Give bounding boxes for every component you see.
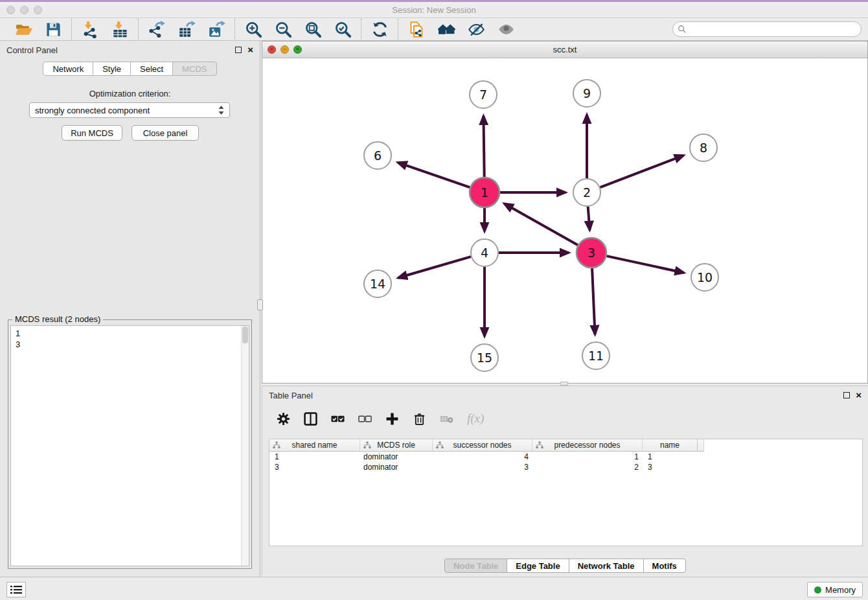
network-window-titlebar[interactable]: × − + scc.txt: [262, 41, 867, 58]
table-cell[interactable]: 3: [269, 462, 360, 472]
control-panel-title: Control Panel: [6, 45, 58, 55]
graph-edge[interactable]: [398, 257, 471, 278]
control-panel-header: Control Panel ×: [0, 41, 260, 59]
criterion-value: strongly connected component: [35, 106, 150, 115]
column-header-name[interactable]: name: [643, 439, 698, 451]
table-cell[interactable]: 3: [433, 462, 532, 472]
import-network-button[interactable]: [80, 19, 100, 39]
table-cell[interactable]: 2: [532, 462, 643, 472]
folder-open-icon: [15, 21, 32, 38]
table-row[interactable]: 3dominator323: [269, 462, 862, 472]
float-table-panel-icon[interactable]: [843, 392, 850, 398]
graph-node-label: 8: [700, 141, 707, 155]
table-cell[interactable]: 4: [433, 452, 532, 462]
copy-network-icon: [408, 21, 426, 38]
minimize-window-icon[interactable]: [20, 6, 29, 14]
close-window-icon[interactable]: [6, 6, 15, 14]
network-canvas[interactable]: 7968124314101511: [262, 58, 867, 383]
graph-edge[interactable]: [600, 156, 684, 187]
eye-icon: [497, 21, 515, 38]
table-cell[interactable]: 1: [269, 452, 360, 462]
close-panel-icon[interactable]: ×: [247, 47, 253, 53]
app-window-controls[interactable]: [6, 6, 42, 14]
table-cell[interactable]: dominator: [360, 452, 433, 462]
memory-button[interactable]: Memory: [807, 582, 863, 597]
export-network-button[interactable]: [147, 19, 166, 39]
tab-node-table[interactable]: Node Table: [444, 559, 507, 573]
table-row[interactable]: 1dominator411: [269, 452, 862, 462]
graph-edge[interactable]: [592, 268, 595, 334]
tab-select[interactable]: Select: [130, 62, 173, 76]
network-graph[interactable]: 7968124314101511: [262, 58, 867, 383]
tab-style[interactable]: Style: [93, 62, 131, 76]
table-settings-button[interactable]: [277, 412, 290, 426]
graph-edge[interactable]: [483, 116, 484, 177]
add-row-button[interactable]: [385, 412, 399, 426]
node-table[interactable]: shared name MCDS role successor nodes pr…: [269, 439, 863, 546]
tab-network-table[interactable]: Network Table: [569, 559, 644, 573]
zoom-fit-button[interactable]: [303, 19, 323, 39]
graph-node-label: 11: [588, 349, 604, 363]
tab-mcds[interactable]: MCDS: [172, 62, 216, 76]
zoom-in-button[interactable]: [244, 19, 263, 39]
zoom-out-button[interactable]: [273, 19, 293, 39]
table-panel-header: Table Panel ×: [262, 386, 868, 404]
export-table-button[interactable]: [177, 19, 196, 39]
criterion-select[interactable]: strongly connected component: [29, 102, 230, 118]
table-cell[interactable]: 1: [643, 452, 698, 462]
panel-splitter-grip[interactable]: [257, 299, 263, 310]
zoom-selected-icon: [334, 21, 352, 38]
close-panel-button[interactable]: Close panel: [131, 125, 199, 141]
run-mcds-button[interactable]: Run MCDS: [62, 125, 122, 141]
mcds-result-group: MCDS result (2 nodes) 13: [8, 319, 252, 569]
graph-edge[interactable]: [588, 207, 590, 230]
maximize-view-icon[interactable]: +: [293, 45, 302, 54]
export-image-button[interactable]: [207, 19, 226, 39]
tab-motifs[interactable]: Motifs: [643, 559, 686, 573]
show-all-button[interactable]: [496, 19, 516, 39]
column-header-predecessor-nodes[interactable]: predecessor nodes: [532, 439, 643, 451]
column-header-successor-nodes[interactable]: successor nodes: [433, 439, 532, 451]
import-table-button[interactable]: [110, 19, 130, 39]
column-header-shared-name[interactable]: shared name: [269, 439, 360, 451]
zoom-window-icon[interactable]: [34, 6, 42, 14]
save-session-button[interactable]: [43, 19, 63, 39]
select-stepper-icon: [218, 106, 224, 115]
app-titlebar: Session: New Session: [0, 2, 868, 18]
home-layout-button[interactable]: [437, 19, 456, 39]
function-builder-button[interactable]: f(x): [467, 411, 484, 426]
graph-edge[interactable]: [504, 203, 578, 245]
columns-icon: [304, 412, 317, 426]
delete-row-button[interactable]: [413, 412, 426, 426]
close-view-icon[interactable]: ×: [268, 45, 276, 54]
refresh-button[interactable]: [370, 19, 389, 39]
open-session-button[interactable]: [14, 19, 33, 39]
plus-icon: [385, 412, 399, 426]
task-history-button[interactable]: [6, 582, 26, 597]
tab-edge-table[interactable]: Edge Table: [507, 559, 569, 573]
graph-edge[interactable]: [606, 256, 683, 273]
table-cell[interactable]: 1: [532, 452, 643, 462]
copy-style-button[interactable]: [407, 19, 426, 39]
hide-selected-button[interactable]: [466, 19, 486, 39]
toggle-columns-button[interactable]: [304, 412, 317, 426]
result-scrollbar-thumb[interactable]: [242, 327, 248, 343]
table-cell[interactable]: 3: [643, 462, 698, 472]
clear-selection-button[interactable]: [358, 412, 372, 426]
tab-network[interactable]: Network: [43, 62, 93, 76]
attribute-type-icon: [363, 441, 371, 449]
zoom-selected-button[interactable]: [333, 19, 352, 39]
graph-edge[interactable]: [398, 163, 470, 187]
minimize-view-icon[interactable]: −: [280, 45, 289, 54]
mcds-result-list[interactable]: 13: [10, 325, 249, 566]
float-panel-icon[interactable]: [235, 47, 242, 53]
column-header-mcds-role[interactable]: MCDS role: [360, 439, 433, 451]
search-input[interactable]: [672, 21, 862, 37]
result-scrollbar[interactable]: [241, 326, 249, 566]
table-cell[interactable]: dominator: [360, 462, 433, 472]
refresh-icon: [371, 21, 389, 38]
close-table-panel-icon[interactable]: ×: [856, 392, 862, 398]
table-body: 1dominator4113dominator323: [269, 452, 862, 472]
select-all-button[interactable]: [331, 412, 345, 426]
delete-table-button[interactable]: [440, 412, 453, 426]
